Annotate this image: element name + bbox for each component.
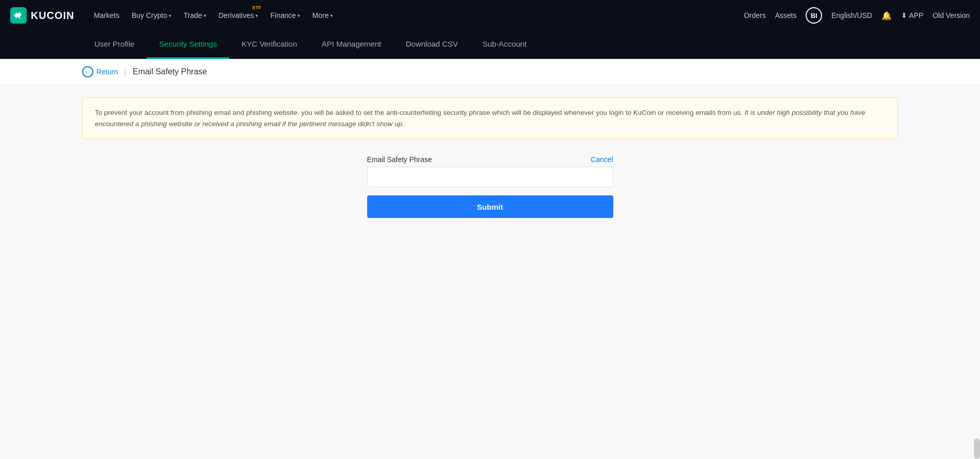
user-avatar[interactable]: BI <box>806 7 822 24</box>
page-title: Email Safety Phrase <box>133 67 207 76</box>
warning-text-normal: To prevent your account from phishing em… <box>95 109 743 116</box>
return-arrow-icon: ← <box>82 66 93 77</box>
subnav-user-profile[interactable]: User Profile <box>82 31 147 59</box>
orders-link[interactable]: Orders <box>744 11 766 19</box>
nav-buy-crypto[interactable]: Buy Crypto ▾ <box>127 8 176 23</box>
logo-icon <box>10 7 27 24</box>
old-version-link[interactable]: Old Version <box>933 11 970 19</box>
buy-crypto-chevron: ▾ <box>169 13 171 18</box>
more-chevron: ▾ <box>330 13 333 18</box>
derivatives-chevron: ▾ <box>255 13 258 18</box>
content-area: To prevent your account from phishing em… <box>82 85 898 230</box>
notification-bell-icon[interactable]: 🔔 <box>882 11 892 21</box>
scrollbar-indicator[interactable] <box>974 438 980 459</box>
subnav-sub-account[interactable]: Sub-Account <box>470 31 539 59</box>
brand-name: KUCOIN <box>31 10 74 22</box>
subnav-download-csv[interactable]: Download CSV <box>393 31 470 59</box>
nav-trade[interactable]: Trade ▾ <box>178 8 211 23</box>
assets-link[interactable]: Assets <box>775 11 796 19</box>
nav-finance[interactable]: Finance ▾ <box>265 8 305 23</box>
navbar-left: KUCOIN Markets Buy Crypto ▾ Trade ▾ ETF … <box>10 7 338 24</box>
navbar: KUCOIN Markets Buy Crypto ▾ Trade ▾ ETF … <box>0 0 980 31</box>
nav-more[interactable]: More ▾ <box>307 8 338 23</box>
navbar-right: Orders Assets BI English/USD 🔔 ⬇ APP Old… <box>744 7 970 24</box>
finance-chevron: ▾ <box>297 13 300 18</box>
app-download[interactable]: ⬇ APP <box>901 11 924 19</box>
subnav-security-settings[interactable]: Security Settings <box>147 31 229 59</box>
nav-derivatives[interactable]: ETF Derivatives ▾ <box>213 8 263 23</box>
email-safety-phrase-field-wrapper: Email Safety Phrase Cancel <box>367 155 613 187</box>
subnav-api-management[interactable]: API Management <box>309 31 393 59</box>
subnav: User Profile Security Settings KYC Verif… <box>0 31 980 59</box>
email-safety-phrase-label: Email Safety Phrase <box>367 155 432 164</box>
subnav-kyc-verification[interactable]: KYC Verification <box>229 31 309 59</box>
logo[interactable]: KUCOIN <box>10 7 74 24</box>
return-button[interactable]: ← Return <box>82 66 118 77</box>
form-field-header: Email Safety Phrase Cancel <box>367 155 613 164</box>
nav-links: Markets Buy Crypto ▾ Trade ▾ ETF Derivat… <box>89 8 338 23</box>
language-selector[interactable]: English/USD <box>831 11 872 19</box>
cancel-link[interactable]: Cancel <box>591 155 613 164</box>
download-icon: ⬇ <box>901 11 907 19</box>
submit-button[interactable]: Submit <box>367 195 613 218</box>
return-divider: | <box>124 67 127 77</box>
etf-badge: ETF <box>252 5 261 10</box>
return-bar: ← Return | Email Safety Phrase <box>0 59 980 85</box>
warning-box: To prevent your account from phishing em… <box>82 97 898 139</box>
form-area: Email Safety Phrase Cancel Submit <box>82 155 898 218</box>
email-safety-phrase-input[interactable] <box>367 167 613 187</box>
trade-chevron: ▾ <box>204 13 206 18</box>
nav-markets[interactable]: Markets <box>89 8 125 23</box>
main-content: ← Return | Email Safety Phrase To preven… <box>0 59 980 459</box>
